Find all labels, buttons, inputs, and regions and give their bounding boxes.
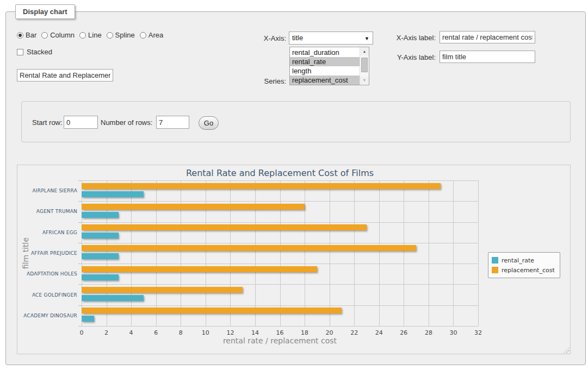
scrollbar[interactable]: ▲ ▼ [360, 47, 369, 85]
legend-swatch [492, 257, 498, 264]
number-of-rows-input[interactable] [156, 116, 189, 129]
bar-rental_rate[interactable] [82, 233, 119, 239]
category-label: AFRICAN EGG [17, 230, 77, 235]
radio-label: Column [50, 31, 75, 39]
series-list-label: Series: [240, 77, 286, 85]
x-tick-label: 12 [226, 329, 234, 336]
gridline [181, 180, 181, 326]
y-axis-label-field-label: Y-Axis label: [380, 53, 436, 61]
x-tick-label: 10 [202, 329, 209, 336]
radio-label: Bar [26, 31, 36, 39]
scrollbar-thumb[interactable] [361, 58, 368, 72]
bar-replacement_cost[interactable] [82, 204, 305, 210]
bar-rental_rate[interactable] [82, 212, 119, 218]
chart-type-radio-spline[interactable]: Spline [107, 31, 135, 39]
legend-item-replacement_cost[interactable]: replacement_cost [492, 265, 555, 275]
bar-replacement_cost[interactable] [82, 287, 243, 293]
category-label: ACE GOLDFINGER [17, 292, 77, 298]
gridline [82, 180, 478, 181]
resize-handle-icon[interactable] [564, 347, 570, 353]
x-axis-label-field-label: X-Axis label: [380, 34, 436, 42]
x-tick-label: 18 [301, 329, 308, 336]
bar-rental_rate[interactable] [82, 253, 119, 259]
chart-type-radio-column[interactable]: Column [41, 31, 75, 39]
series-option-replacement_cost[interactable]: replacement_cost [290, 76, 360, 85]
x-tick-label: 4 [129, 329, 133, 336]
panel-title: Display chart [15, 4, 75, 19]
x-tick-label: 28 [425, 329, 432, 336]
series-option-rental_duration[interactable]: rental_duration [290, 48, 360, 57]
x-tick-label: 2 [104, 329, 108, 336]
bar-replacement_cost[interactable] [82, 266, 317, 272]
chart-type-radio-line[interactable]: Line [79, 31, 102, 39]
x-tick-label: 16 [276, 329, 284, 336]
x-axis-selected-value: title [292, 34, 303, 42]
gridline [131, 180, 132, 326]
bar-replacement_cost[interactable] [82, 224, 367, 230]
chart-title-input[interactable] [17, 69, 113, 81]
gridline [478, 180, 479, 326]
series-option-length[interactable]: length [290, 66, 360, 76]
x-tick-label: 26 [400, 329, 407, 336]
radio-icon[interactable] [17, 32, 23, 39]
gridline [429, 180, 429, 326]
tick-mark [78, 201, 82, 202]
gridline [82, 284, 478, 285]
bar-replacement_cost[interactable] [82, 245, 416, 251]
bar-rental_rate[interactable] [82, 316, 94, 322]
radio-label: Spline [115, 31, 135, 39]
bar-replacement_cost[interactable] [82, 308, 342, 313]
gridline [255, 180, 256, 326]
gridline [230, 180, 231, 326]
start-row-label: Start row: [32, 118, 63, 127]
tick-mark [78, 305, 82, 306]
x-tick-label: 14 [251, 329, 259, 336]
bar-replacement_cost[interactable] [82, 183, 441, 189]
tick-mark [78, 284, 82, 285]
gridline [354, 180, 355, 326]
radio-icon[interactable] [79, 32, 86, 39]
tick-mark [78, 326, 82, 327]
radio-icon[interactable] [41, 32, 48, 39]
gridline [82, 264, 478, 264]
x-tick-label: 32 [474, 329, 482, 336]
gridline [206, 180, 206, 326]
radio-icon[interactable] [140, 32, 146, 39]
x-tick-label: 24 [375, 329, 383, 336]
series-option-rental_rate[interactable]: rental_rate [290, 57, 360, 66]
gridline [404, 180, 404, 326]
radio-label: Area [148, 31, 163, 39]
x-axis-label-input[interactable] [440, 31, 535, 43]
series-multiselect[interactable]: rental_durationrental_ratelengthreplacem… [289, 47, 369, 85]
bar-rental_rate[interactable] [82, 274, 119, 280]
chart-type-radio-bar[interactable]: Bar [17, 31, 36, 39]
radio-label: Line [88, 31, 102, 39]
start-row-input[interactable] [64, 116, 98, 129]
gridline [379, 180, 380, 326]
category-label: AFFAIR PREJUDICE [17, 250, 77, 256]
scroll-down-icon[interactable]: ▼ [360, 77, 369, 84]
legend-swatch [492, 267, 498, 273]
category-label: ADAPTATION HOLES [17, 271, 77, 277]
bar-rental_rate[interactable] [82, 295, 144, 301]
chart-title: Rental Rate and Replacement Cost of Film… [17, 168, 542, 178]
x-axis-select-label: X-Axis: [240, 34, 286, 42]
chart-type-radio-area[interactable]: Area [140, 31, 163, 39]
legend-label: rental_rate [502, 257, 534, 264]
scroll-up-icon[interactable]: ▲ [360, 48, 369, 55]
go-button[interactable]: Go [199, 116, 219, 130]
gridline [82, 222, 478, 223]
gridline [82, 305, 478, 306]
x-axis-select[interactable]: title ▼ [289, 32, 373, 45]
tick-mark [78, 243, 82, 243]
x-tick-label: 8 [179, 329, 183, 336]
y-axis-label-input[interactable] [440, 51, 535, 63]
x-axis-title: rental rate / replacement cost [82, 336, 478, 345]
legend-item-rental_rate[interactable]: rental_rate [492, 255, 555, 265]
radio-icon[interactable] [107, 32, 113, 39]
bar-rental_rate[interactable] [82, 191, 144, 197]
tick-mark [78, 264, 82, 264]
stacked-checkbox[interactable] [17, 49, 23, 55]
stacked-checkbox-row: Stacked [17, 48, 52, 56]
x-tick-label: 30 [449, 329, 457, 336]
